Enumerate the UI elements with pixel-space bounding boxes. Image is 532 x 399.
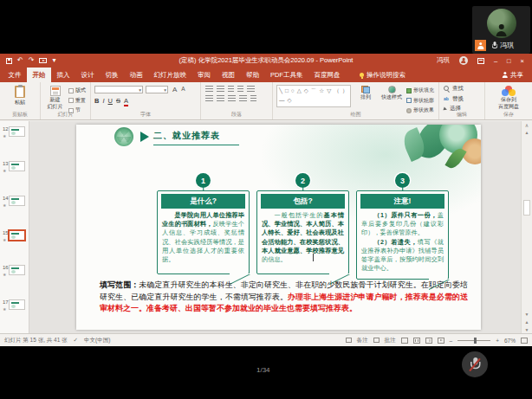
- tab-baidu-netdisk[interactable]: 百度网盘: [308, 68, 346, 82]
- zoom-slider[interactable]: [457, 340, 490, 341]
- thumbnail-preview[interactable]: [9, 161, 25, 171]
- fit-to-window-button[interactable]: [521, 338, 528, 344]
- shape-fill-button[interactable]: 形状填充: [406, 87, 434, 94]
- tab-design[interactable]: 设计: [75, 68, 100, 82]
- thumbnail-slide-15-selected[interactable]: 15 ★: [0, 228, 29, 262]
- italic-button[interactable]: I: [102, 97, 104, 105]
- card-attention[interactable]: 3 注意! （1）原件只有一份，盖章后要多复印几份（建议彩印），妥善保管原件。 …: [356, 173, 449, 280]
- minimize-button[interactable]: –: [494, 57, 497, 65]
- shape-glyph[interactable]: ◇: [288, 96, 292, 105]
- strikethrough-button[interactable]: S: [116, 97, 120, 105]
- slide-canvas[interactable]: 二、就业推荐表 1 是什么? 是学院向用人单位推荐毕业生的书面材料，反映学生个人…: [76, 125, 481, 330]
- save-to-baidu-button[interactable]: 保存到 百度网盘: [485, 86, 532, 110]
- tell-me-search[interactable]: 操作说明搜索: [360, 68, 405, 82]
- shape-glyph[interactable]: ╲: [279, 87, 282, 95]
- tab-home[interactable]: 开始: [27, 68, 51, 82]
- account-name[interactable]: 冯琪: [437, 56, 450, 65]
- thumbnail-slide-16[interactable]: 16 ★: [0, 262, 29, 297]
- increase-indent-icon[interactable]: [237, 86, 243, 92]
- collapse-ribbon-icon[interactable]: ∧: [525, 122, 529, 128]
- bullet-list-icon[interactable]: [205, 86, 213, 92]
- shape-outline-button[interactable]: 形状轮廓: [406, 97, 434, 105]
- scope-text-block[interactable]: 填写范围：未确定直升研究生的本科生、非定向研究生、非在职的少数民族骨干计划研究生…: [100, 280, 468, 315]
- decrease-indent-icon[interactable]: [228, 86, 234, 92]
- card-what-is-it[interactable]: 1 是什么? 是学院向用人单位推荐毕业生的书面材料，反映学生个人信息、学习成绩、…: [157, 173, 250, 274]
- shape-glyph[interactable]: △: [297, 87, 302, 95]
- account-avatar[interactable]: [459, 56, 468, 65]
- ribbon-display-options-icon[interactable]: [477, 58, 484, 64]
- comments-toggle[interactable]: 批注: [385, 337, 396, 344]
- slide-title[interactable]: 二、就业推荐表: [153, 130, 239, 145]
- reset-button[interactable]: 重置: [68, 97, 86, 105]
- zoom-level[interactable]: 67%: [504, 338, 516, 344]
- close-button[interactable]: ×: [521, 57, 524, 65]
- thumbnail-slide-13[interactable]: 13 ★: [0, 158, 29, 193]
- shape-glyph[interactable]: ☆: [319, 87, 324, 95]
- tab-insert[interactable]: 插入: [51, 68, 75, 82]
- tab-file[interactable]: 文件: [3, 68, 27, 82]
- redo-icon[interactable]: ↷: [29, 57, 35, 64]
- find-button[interactable]: 查找: [444, 85, 484, 93]
- reading-view-button[interactable]: [425, 338, 432, 344]
- language-indicator[interactable]: 中文(中国): [84, 337, 110, 344]
- bold-button[interactable]: B: [94, 97, 99, 105]
- slide-thumbnail-panel[interactable]: 12 ★ 13 ★ 14 ★ 15 ★ 16 ★: [0, 121, 29, 333]
- slide-sorter-view-button[interactable]: [413, 338, 420, 344]
- thumbnail-preview[interactable]: [8, 229, 26, 241]
- normal-view-button[interactable]: [401, 338, 408, 344]
- maximize-button[interactable]: □: [507, 57, 511, 65]
- tab-help[interactable]: 帮助: [241, 68, 265, 82]
- paste-button[interactable]: 粘贴: [0, 86, 40, 106]
- thumbnail-preview[interactable]: [9, 126, 25, 137]
- shape-glyph[interactable]: ○: [291, 87, 295, 95]
- share-button[interactable]: 共享: [502, 68, 532, 82]
- start-slideshow-icon[interactable]: [39, 58, 47, 63]
- font-name-dropdown[interactable]: ▾: [94, 86, 143, 93]
- slide-counter[interactable]: 幻灯片 第 15 张, 共 41 张: [4, 337, 68, 344]
- scrollbar-thumb[interactable]: [523, 200, 530, 216]
- align-center-icon[interactable]: [217, 95, 224, 101]
- scrollbar-track[interactable]: [522, 138, 532, 310]
- shape-glyph[interactable]: ⌒: [311, 87, 317, 95]
- previous-slide-button[interactable]: ▲: [525, 318, 529, 325]
- thumbnail-slide-17[interactable]: 17 ★: [0, 297, 29, 331]
- layout-button[interactable]: 版式: [68, 87, 86, 94]
- scroll-up-button[interactable]: ▲: [525, 128, 529, 136]
- tab-view[interactable]: 视图: [217, 68, 241, 82]
- shape-glyph[interactable]: （: [334, 87, 340, 95]
- scroll-down-button[interactable]: ▼: [525, 310, 529, 318]
- numbered-list-icon[interactable]: [217, 86, 224, 92]
- shape-glyph[interactable]: —: [279, 96, 285, 105]
- notes-toggle[interactable]: 备注: [357, 337, 368, 344]
- replace-button[interactable]: ab替换: [444, 95, 484, 103]
- shape-glyph[interactable]: □: [285, 87, 289, 95]
- zoom-slider-thumb[interactable]: [474, 338, 477, 344]
- grow-font-button[interactable]: A: [172, 86, 177, 93]
- slideshow-view-button[interactable]: [438, 338, 444, 344]
- thumbnail-preview[interactable]: [9, 265, 25, 275]
- shape-glyph[interactable]: ◇: [304, 87, 308, 95]
- participant-video-tile[interactable]: 冯琪: [472, 6, 530, 54]
- next-slide-button[interactable]: ▼: [525, 325, 529, 333]
- vertical-scrollbar[interactable]: ∧ ▲ ▼ ▲ ▼: [521, 121, 532, 333]
- thumbnail-preview[interactable]: [9, 299, 25, 310]
- font-size-dropdown[interactable]: ▾: [146, 86, 168, 93]
- zoom-in-button[interactable]: +: [496, 338, 499, 344]
- mute-button[interactable]: [462, 351, 488, 377]
- tab-review[interactable]: 审阅: [192, 68, 217, 82]
- font-color-button[interactable]: A: [124, 98, 128, 106]
- qat-dropdown-icon[interactable]: ▾: [52, 57, 55, 64]
- card-includes[interactable]: 2 包括? 一般包括学生的基本情况、学业情况、本人简历、本人特长、爱好、社会表现…: [256, 173, 349, 274]
- align-left-icon[interactable]: [205, 95, 213, 101]
- tab-transitions[interactable]: 切换: [100, 68, 124, 82]
- thumbnail-slide-14[interactable]: 14 ★: [0, 193, 29, 228]
- shape-glyph[interactable]: ▽: [327, 87, 331, 95]
- underline-button[interactable]: U: [108, 97, 113, 105]
- line-spacing-icon[interactable]: [247, 86, 255, 92]
- align-right-icon[interactable]: [228, 95, 236, 101]
- spellcheck-icon[interactable]: ✓: [74, 337, 78, 344]
- undo-icon[interactable]: ↶: [17, 57, 23, 64]
- save-icon[interactable]: [6, 58, 12, 64]
- justify-icon[interactable]: [239, 95, 247, 101]
- tab-slideshow[interactable]: 幻灯片放映: [148, 68, 192, 82]
